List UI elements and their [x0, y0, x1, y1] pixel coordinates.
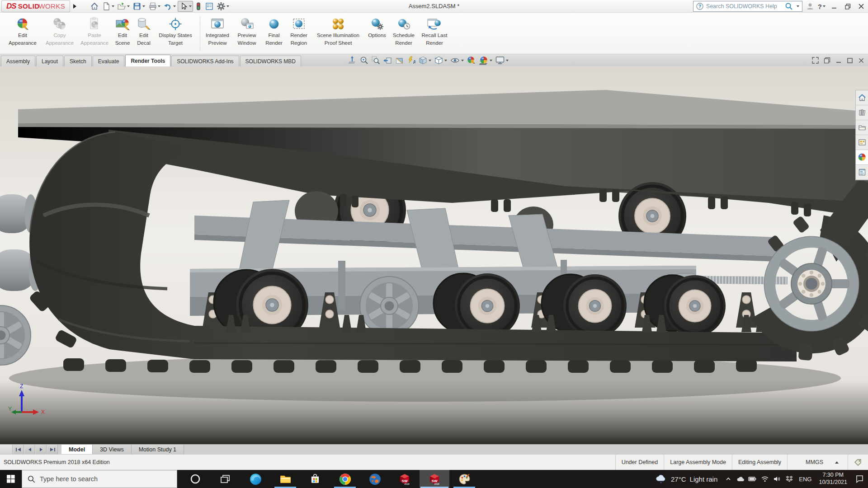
doc-close-icon[interactable] — [858, 57, 864, 64]
dropdown-caret[interactable] — [189, 5, 192, 7]
final-render-button[interactable]: FinalRender — [262, 14, 286, 53]
dropdown-caret[interactable] — [461, 60, 464, 61]
model-tab[interactable]: Model — [61, 445, 93, 454]
integrated-preview-button[interactable]: IntegratedPreview — [203, 14, 232, 53]
open-button[interactable] — [116, 1, 131, 12]
edit-appearance-quick-button[interactable] — [467, 56, 476, 65]
view-orientation-button[interactable] — [419, 56, 431, 65]
language-indicator[interactable]: ENG — [795, 476, 815, 483]
schedule-render-button[interactable]: ScheduleRender — [389, 14, 418, 53]
3d-views-tab[interactable]: 3D Views — [93, 445, 132, 454]
user-account-icon[interactable] — [806, 2, 814, 10]
dropdown-caret[interactable] — [173, 5, 176, 7]
dropdown-caret[interactable] — [490, 60, 492, 61]
dropdown-caret[interactable] — [226, 5, 229, 7]
taskbar-clock[interactable]: 7:30 PM10/31/2021 — [815, 472, 851, 486]
apply-scene-button[interactable] — [479, 56, 492, 65]
expand-panes-icon[interactable] — [812, 57, 819, 64]
tab-evaluate[interactable]: Evaluate — [93, 56, 125, 66]
graphics-area[interactable]: Z X Y — [0, 66, 868, 444]
display-states-target-button[interactable]: Display StatesTarget — [154, 14, 197, 53]
search-scope-caret[interactable] — [797, 5, 799, 7]
hide-show-items-button[interactable] — [450, 56, 464, 65]
search-icon[interactable] — [785, 2, 793, 10]
help-search-box[interactable]: ? — [693, 1, 802, 12]
assembly-mode-label[interactable]: Large Assembly Mode — [664, 455, 732, 470]
first-tab-button[interactable] — [13, 445, 24, 454]
print-button[interactable] — [147, 1, 161, 12]
window-minimize-button[interactable] — [829, 1, 839, 11]
wifi-tray-icon-button[interactable] — [759, 470, 771, 488]
help-menu-button[interactable]: ? — [818, 3, 826, 10]
new-document-button[interactable] — [101, 1, 115, 12]
window-close-button[interactable] — [856, 1, 866, 11]
recall-last-render-button[interactable]: Recall LastRender — [418, 14, 451, 53]
next-tab-button[interactable] — [35, 445, 47, 454]
taskbar-search-box[interactable] — [22, 470, 177, 488]
tab-render-tools[interactable]: Render Tools — [125, 55, 170, 66]
dropdown-caret[interactable] — [429, 60, 431, 61]
pane-restore-icon[interactable] — [824, 57, 830, 64]
onedrive-tray-icon-button[interactable] — [734, 470, 746, 488]
doc-maximize-icon[interactable] — [847, 57, 853, 64]
previous-tab-button[interactable] — [24, 445, 35, 454]
display-style-button[interactable] — [434, 56, 447, 65]
taskbar-paint-button[interactable] — [449, 470, 479, 488]
cortana-button[interactable] — [184, 470, 207, 488]
taskbar-chrome-button[interactable] — [330, 470, 360, 488]
menu-expand-arrow-icon[interactable] — [71, 2, 78, 11]
tab-solidworks-mbd[interactable]: SOLIDWORKS MBD — [240, 56, 301, 66]
zoom-to-area-button[interactable] — [360, 56, 368, 65]
paste-appearance-button[interactable]: PasteAppearance — [78, 14, 111, 53]
start-button[interactable] — [0, 470, 22, 488]
taskbar-solidworks-active-button[interactable]: SW2018 — [420, 470, 449, 488]
tag-button[interactable] — [848, 455, 868, 470]
dropbox-tray-icon-button[interactable] — [783, 470, 795, 488]
volume-tray-icon-button[interactable] — [771, 470, 783, 488]
units-selector[interactable]: MMGS — [787, 455, 848, 470]
copy-appearance-button[interactable]: CopyAppearance — [42, 14, 78, 53]
edit-appearance-button[interactable]: EditAppearance — [4, 14, 42, 53]
tab-assembly[interactable]: Assembly — [1, 56, 35, 66]
dropdown-caret[interactable] — [506, 60, 509, 61]
task-view-button[interactable] — [213, 470, 237, 488]
taskbar-search-input[interactable] — [40, 475, 171, 483]
battery-tray-icon-button[interactable] — [746, 470, 759, 488]
motion-study-tab[interactable]: Motion Study 1 — [132, 445, 184, 454]
scene-illumination-proof-sheet-button[interactable]: Scene IlluminationProof Sheet — [311, 14, 365, 53]
edit-scene-button[interactable]: EditScene — [111, 14, 134, 53]
select-tool-button[interactable] — [178, 1, 193, 12]
tab-layout[interactable]: Layout — [36, 56, 63, 66]
window-restore-button[interactable] — [843, 1, 853, 11]
tray-expand-button[interactable] — [722, 470, 734, 488]
previous-view-button[interactable] — [383, 56, 392, 65]
task-pane-design-library-tab[interactable] — [856, 105, 868, 120]
rebuild-button[interactable] — [194, 1, 203, 12]
tab-solidworks-add-ins[interactable]: SOLIDWORKS Add-Ins — [171, 56, 239, 66]
options-button[interactable] — [216, 1, 230, 12]
taskbar-file-explorer-button[interactable] — [270, 470, 300, 488]
section-view-button[interactable] — [395, 56, 404, 65]
taskbar-solidworks-button[interactable]: SW2018 — [390, 470, 420, 488]
zoom-in-out-button[interactable] — [372, 56, 380, 65]
task-pane-home-tab[interactable] — [856, 90, 868, 105]
taskbar-edge-button[interactable] — [241, 470, 270, 488]
action-center-button[interactable] — [851, 470, 868, 488]
task-pane-file-explorer-tab[interactable] — [856, 120, 868, 135]
undo-button[interactable] — [162, 1, 177, 12]
file-properties-button[interactable] — [204, 1, 215, 12]
taskbar-store-button[interactable] — [300, 470, 330, 488]
weather-widget[interactable]: 27°C Light rain — [651, 473, 722, 485]
dropdown-caret[interactable] — [142, 5, 145, 7]
save-button[interactable] — [132, 1, 146, 12]
view-settings-button[interactable] — [495, 56, 509, 65]
tab-sketch[interactable]: Sketch — [64, 56, 92, 66]
edit-decal-button[interactable]: EditDecal — [134, 14, 154, 53]
solidworks-menu-logo[interactable]: DS SOLIDWORKS — [1, 0, 70, 12]
pane-splitter-grip[interactable] — [0, 445, 13, 454]
task-pane-custom-properties-tab[interactable] — [856, 165, 868, 180]
zoom-to-fit-button[interactable] — [348, 56, 357, 65]
dropdown-caret[interactable] — [127, 5, 130, 7]
task-pane-appearances-tab[interactable] — [856, 150, 868, 165]
solidworks-help-search-input[interactable] — [706, 3, 782, 9]
